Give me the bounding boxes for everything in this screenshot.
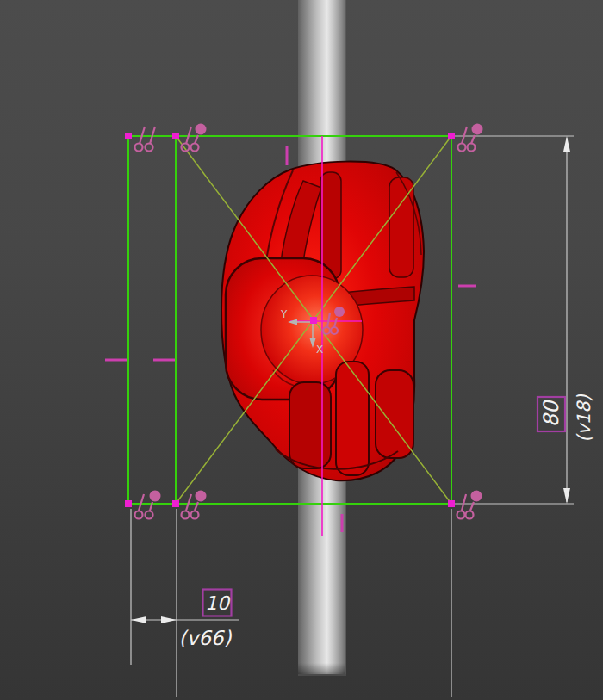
dof-pin-icon (135, 494, 145, 519)
arrowhead-up (563, 136, 570, 152)
sketch-point[interactable] (125, 500, 132, 507)
dof-ball-pin-icon (466, 491, 482, 519)
dof-pin-icon (182, 127, 192, 152)
dim-height-value[interactable]: 80 (539, 400, 563, 427)
sketch-point[interactable] (448, 500, 455, 507)
dof-pin-icon (146, 127, 156, 152)
dof-ball-pin-icon (191, 124, 207, 152)
sketch-center-point[interactable] (310, 317, 317, 324)
axis-x-label: X (316, 344, 323, 356)
dof-pin-icon (135, 127, 146, 152)
dof-ball-pin-icon (468, 124, 483, 152)
viewport-canvas: Y X (0, 0, 603, 700)
sketch-point[interactable] (448, 133, 455, 139)
impeller-upper-rib-slot (320, 172, 341, 279)
arrowhead-right (161, 616, 177, 623)
dof-pin-icon (182, 494, 192, 519)
dimension-height[interactable] (455, 136, 574, 504)
sketch-point[interactable] (125, 133, 132, 139)
dim-offset-value-box[interactable]: 10 (203, 590, 232, 616)
impeller-lower-slot (289, 382, 331, 468)
arrowhead-down (563, 488, 570, 504)
sketch-point[interactable] (172, 500, 179, 507)
dim-height-value-box[interactable]: 80 (538, 397, 565, 431)
dimension-offset[interactable] (131, 509, 451, 697)
dim-height-variable[interactable]: (v18) (574, 393, 594, 442)
sketch-point[interactable] (172, 133, 179, 139)
arrowhead-left (131, 616, 146, 623)
dof-pin-icon (458, 127, 468, 152)
axis-y-label: Y (280, 308, 288, 320)
impeller-lower-rib (336, 362, 369, 475)
dim-offset-value[interactable]: 10 (205, 592, 231, 614)
cad-viewport: Y X (0, 0, 603, 700)
dim-offset-variable[interactable]: (v66) (179, 627, 233, 649)
